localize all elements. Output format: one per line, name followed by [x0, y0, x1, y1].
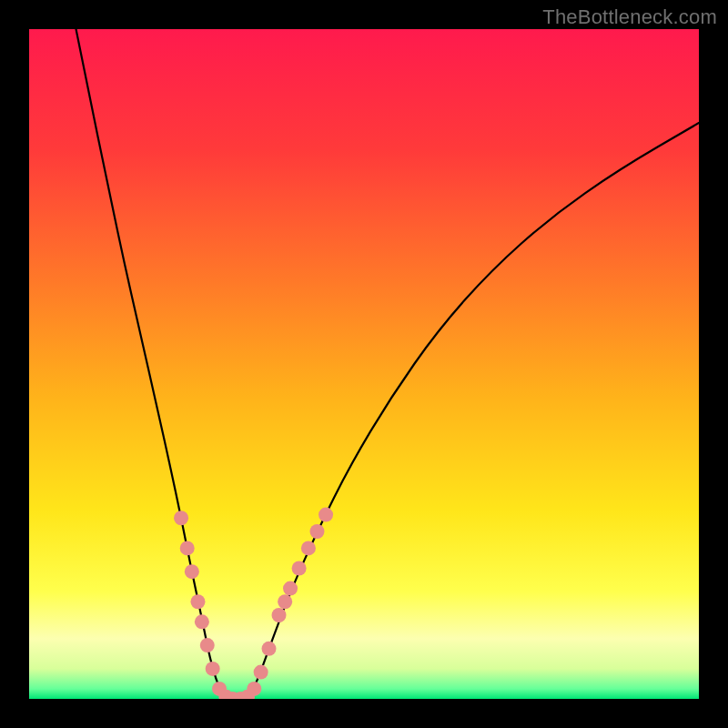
marker-dot: [180, 541, 195, 555]
marker-dot: [195, 614, 209, 629]
marker-dot: [309, 524, 324, 539]
curves-layer: [29, 29, 699, 699]
marker-dot: [272, 608, 287, 622]
marker-dot: [254, 665, 268, 680]
watermark-label: TheBottleneck.com: [542, 5, 717, 29]
marker-dot: [200, 638, 215, 652]
series-left-curve: [76, 29, 230, 699]
marker-dot: [261, 642, 276, 656]
marker-dot: [301, 541, 316, 555]
series-right-curve: [244, 123, 699, 699]
marker-dot: [185, 564, 199, 579]
marker-dot: [283, 581, 298, 596]
marker-dot: [278, 594, 292, 609]
marker-dot: [292, 561, 307, 575]
marker-dot: [247, 682, 261, 696]
chart-frame: TheBottleneck.com: [0, 0, 728, 728]
marker-dot: [206, 662, 220, 676]
marker-dot: [174, 511, 188, 525]
plot-area: [29, 29, 699, 699]
marker-dot: [318, 508, 333, 522]
marker-dot: [190, 594, 205, 609]
